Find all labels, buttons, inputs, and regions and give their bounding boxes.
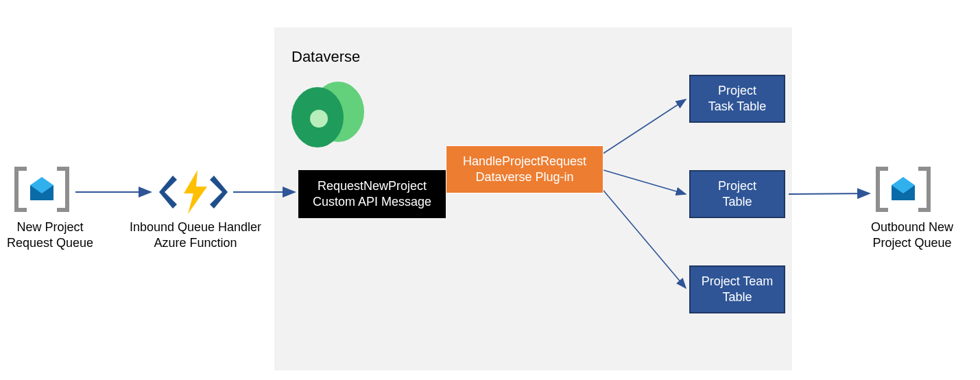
- azure-function-label: Inbound Queue Handler Azure Function: [123, 219, 267, 250]
- project-team-table-text: Project Team Table: [702, 274, 774, 306]
- project-table-block: Project Table: [689, 170, 785, 218]
- right-queue-label-text: Outbound New Project Queue: [871, 220, 953, 250]
- azure-function-icon: [159, 170, 228, 214]
- dataverse-title-text: Dataverse: [291, 48, 360, 65]
- project-table-text: Project Table: [718, 178, 756, 211]
- plugin-block: HandleProjectRequest Dataverse Plug-in: [446, 145, 603, 193]
- project-task-table-text: Project Task Table: [708, 83, 767, 115]
- queue-icon-left: [16, 169, 67, 210]
- azure-function-label-text: Inbound Queue Handler Azure Function: [130, 220, 261, 250]
- right-queue-label: Outbound New Project Queue: [864, 219, 960, 250]
- plugin-text: HandleProjectRequest Dataverse Plug-in: [463, 154, 586, 186]
- left-queue-label: New Project Request Queue: [5, 219, 95, 250]
- diagram-canvas: Dataverse: [0, 0, 980, 380]
- project-team-table-block: Project Team Table: [689, 265, 785, 313]
- svg-rect-4: [892, 185, 915, 200]
- svg-line-10: [789, 193, 870, 194]
- custom-api-block: RequestNewProject Custom API Message: [298, 170, 446, 218]
- project-task-table-block: Project Task Table: [689, 75, 785, 123]
- left-queue-label-text: New Project Request Queue: [7, 220, 93, 250]
- custom-api-text: RequestNewProject Custom API Message: [313, 178, 431, 211]
- queue-icon-right: [878, 169, 929, 210]
- dataverse-title: Dataverse: [291, 48, 360, 66]
- svg-rect-0: [30, 185, 53, 200]
